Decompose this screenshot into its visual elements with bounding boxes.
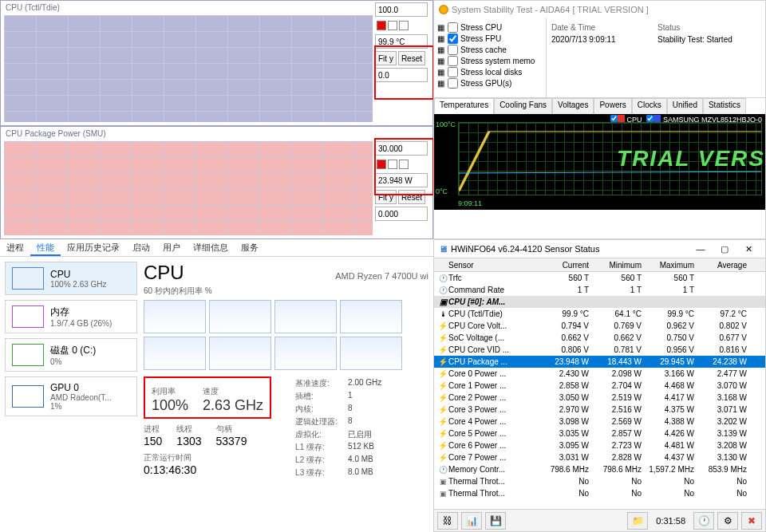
sensor-row[interactable]: Core 7 Power ...3.031 W2.828 W4.437 W3.1…: [434, 451, 765, 463]
tm-card[interactable]: 内存1.9/7.4 GB (26%): [5, 300, 137, 333]
stress-checkbox[interactable]: ▦ Stress system memo: [437, 56, 543, 66]
bolt-icon: [437, 333, 448, 342]
aida-tab[interactable]: Unified: [667, 98, 703, 114]
color-swatch[interactable]: [377, 21, 386, 30]
bolt-icon: [437, 393, 448, 402]
tm-header: CPU: [144, 262, 184, 284]
hwinfo-icon: 🖥: [439, 244, 448, 254]
bolt-icon: [437, 417, 448, 426]
stress-checkbox[interactable]: ▦ Stress CPU: [437, 22, 543, 33]
sensor-row[interactable]: CPU Package ...23.948 W18.443 W29.945 W2…: [434, 356, 765, 368]
tm-tab[interactable]: 服务: [235, 239, 265, 256]
bolt-icon: [437, 381, 448, 390]
stress-checkbox[interactable]: ▦ Stress GPU(s): [437, 78, 543, 89]
sensor-row[interactable]: CPU Core Volt...0.794 V0.769 V0.962 V0.8…: [434, 320, 765, 332]
utilization-value: 100%: [152, 397, 188, 414]
color-swatch[interactable]: [399, 21, 409, 30]
status-btn[interactable]: 💾: [485, 512, 506, 530]
cpu-power-graph: [4, 141, 373, 235]
clock-icon: [437, 286, 448, 294]
highlight-box: [374, 45, 434, 100]
color-swatch[interactable]: [388, 21, 397, 30]
core-graph: [209, 300, 271, 333]
aida-icon: [439, 5, 448, 14]
tm-tab[interactable]: 性能: [30, 239, 61, 256]
close-button[interactable]: ✕: [736, 241, 760, 257]
tm-tab[interactable]: 应用历史记录: [61, 239, 126, 256]
sensor-row[interactable]: Thermal Throt...NoNoNoNo: [434, 487, 765, 499]
datetime: 2020/7/13 9:09:11: [550, 33, 656, 45]
temp-max[interactable]: [375, 2, 428, 17]
tm-tab[interactable]: 用户: [156, 239, 187, 256]
clock-icon: [437, 274, 448, 282]
minimize-button[interactable]: ―: [689, 241, 713, 257]
sensor-row[interactable]: Core 0 Power ...2.430 W2.098 W3.166 W2.4…: [434, 368, 765, 380]
tm-tab[interactable]: 详细信息: [187, 239, 235, 256]
core-graph: [144, 300, 206, 333]
hw-uptime: 0:31:58: [651, 516, 690, 526]
sensor-row[interactable]: Trfc560 T560 T560 T: [434, 272, 765, 284]
aida-tab[interactable]: Temperatures: [434, 98, 494, 114]
sensor-row[interactable]: Core 4 Power ...3.098 W2.569 W4.388 W3.2…: [434, 416, 765, 428]
sensor-row[interactable]: Core 1 Power ...2.858 W2.704 W4.468 W3.0…: [434, 380, 765, 392]
sensor-row[interactable]: CPU (Tctl/Tdie)99.9 °C64.1 °C99.9 °C97.2…: [434, 308, 765, 320]
settings-button[interactable]: ⚙: [717, 512, 738, 530]
sensor-row[interactable]: Core 2 Power ...3.050 W2.519 W4.417 W3.1…: [434, 392, 765, 404]
stress-checkbox[interactable]: ▦ Stress FPU: [437, 33, 543, 44]
clock-icon: [437, 465, 448, 474]
sensor-row[interactable]: Command Rate1 T1 T1 T: [434, 284, 765, 296]
maximize-button[interactable]: ▢: [713, 241, 736, 257]
bolt-icon: [437, 429, 448, 438]
stress-checkbox[interactable]: ▦ Stress cache: [437, 45, 543, 55]
chip-icon: [437, 489, 448, 498]
aida-tab[interactable]: Powers: [594, 98, 631, 114]
sensor-row[interactable]: Thermal Throt...NoNoNoNo: [434, 475, 765, 487]
speed-value: 2.63 GHz: [203, 397, 263, 414]
core-graph: [144, 337, 206, 370]
trial-watermark: TRIAL VERS: [617, 146, 765, 171]
sensor-row[interactable]: SoC Voltage (...0.662 V0.662 V0.750 V0.6…: [434, 332, 765, 344]
tm-tab[interactable]: 启动: [126, 239, 156, 256]
sensor-row[interactable]: ▣CPU [#0]: AM...: [434, 296, 765, 308]
status-text: Stability Test: Started: [656, 33, 762, 45]
sensor-row[interactable]: Memory Contr...798.6 MHz798.6 MHz1,597.2…: [434, 463, 765, 475]
cpu-model: AMD Ryzen 7 4700U wi: [335, 271, 428, 281]
temp-icon: [437, 309, 448, 318]
sensor-row[interactable]: Core 5 Power ...3.035 W2.857 W4.426 W3.1…: [434, 428, 765, 439]
status-btn[interactable]: 📊: [461, 512, 482, 530]
stress-checkbox[interactable]: ▦ Stress local disks: [437, 67, 543, 77]
tm-card[interactable]: CPU100% 2.63 GHz: [5, 262, 137, 295]
aida-tab[interactable]: Voltages: [552, 98, 594, 114]
clock-icon[interactable]: 🕐: [693, 512, 714, 530]
status-btn[interactable]: ⛓: [437, 512, 458, 530]
core-graph: [340, 337, 402, 370]
aida-title: System Stability Test - AIDA64 [ TRIAL V…: [452, 5, 649, 14]
status-btn[interactable]: 📁: [627, 512, 648, 530]
tm-card[interactable]: GPU 0AMD Radeon(T...1%: [5, 376, 137, 416]
close-button[interactable]: ✖: [741, 512, 762, 530]
tm-tab[interactable]: 进程: [0, 239, 30, 256]
core-graph: [274, 337, 337, 370]
aida-tab[interactable]: Cooling Fans: [494, 98, 552, 114]
core-graph: [340, 300, 402, 333]
tm-card[interactable]: 磁盘 0 (C:)0%: [5, 338, 137, 372]
sensor-row[interactable]: CPU Core VID ...0.806 V0.781 V0.956 V0.8…: [434, 344, 765, 356]
aida-tab[interactable]: Statistics: [703, 98, 746, 114]
bolt-icon: [437, 405, 448, 414]
core-graph: [274, 300, 337, 333]
highlight-box: [374, 138, 434, 195]
sensor-row[interactable]: Core 6 Power ...3.095 W2.723 W4.481 W3.2…: [434, 439, 765, 451]
pwr-min[interactable]: [375, 207, 428, 221]
sensor-row[interactable]: Core 3 Power ...2.970 W2.516 W4.375 W3.0…: [434, 404, 765, 416]
core-graph: [209, 337, 271, 370]
bolt-icon: [437, 357, 448, 366]
hw-title: HWiNFO64 v6.24-4120 Sensor Status: [451, 244, 599, 254]
bolt-icon: [437, 321, 448, 330]
bolt-icon: [437, 441, 448, 450]
graph-power-title: CPU Package Power (SMU): [6, 129, 106, 138]
aida-tab[interactable]: Clocks: [632, 98, 667, 114]
uptime-value: 0:13:46:30: [144, 463, 271, 476]
chip-icon: [437, 477, 448, 486]
bolt-icon: [437, 369, 448, 378]
cpu-temp-graph: [4, 15, 373, 122]
